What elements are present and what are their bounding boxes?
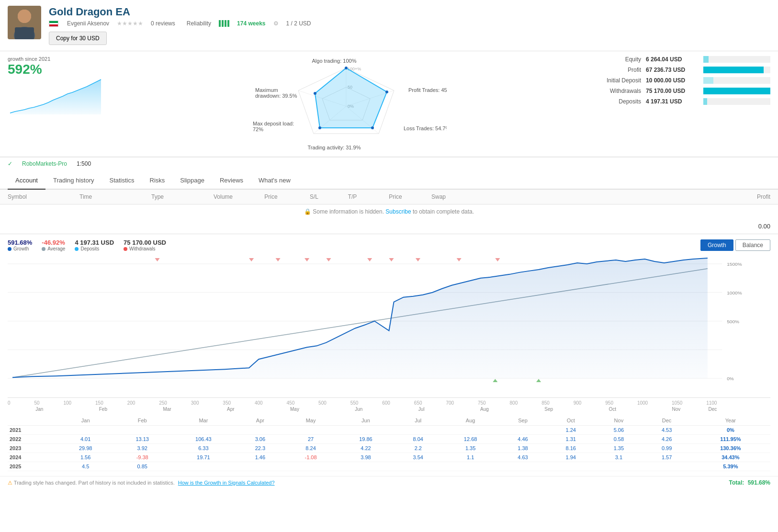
month-cell xyxy=(394,426,442,435)
month-cell: 4.22 xyxy=(338,444,395,453)
month-cell xyxy=(284,426,338,435)
subscription-icon: ⚙ xyxy=(273,20,279,27)
month-cell: 3.06 xyxy=(236,435,284,444)
month-cell xyxy=(338,426,395,435)
month-cell xyxy=(170,426,236,435)
tab-risks[interactable]: Risks xyxy=(142,172,173,190)
svg-rect-4 xyxy=(15,27,34,39)
month-cell: 13.13 xyxy=(114,435,171,444)
month-cell: 5.39% xyxy=(691,462,770,471)
hidden-msg: Some information is hidden. xyxy=(313,208,384,215)
growth-button[interactable]: Growth xyxy=(700,239,733,251)
avatar xyxy=(8,6,41,39)
growth-value: 592% xyxy=(8,62,103,77)
average-legend-dot xyxy=(42,247,45,251)
month-cell xyxy=(643,462,691,471)
col-volume-header: Volume xyxy=(199,193,247,200)
month-cell: 0.85 xyxy=(114,462,171,471)
th-mar: Mar xyxy=(170,416,236,426)
ea-title: Gold Dragon EA xyxy=(49,6,770,18)
deposits-bar xyxy=(703,98,707,105)
leverage-value: 1:500 xyxy=(77,160,91,167)
svg-text:0%: 0% xyxy=(727,376,734,381)
col-profit-header: Profit xyxy=(458,193,770,200)
year-cell: 2022 xyxy=(8,435,57,444)
growth-legend-dot xyxy=(8,247,11,251)
balance-button[interactable]: Balance xyxy=(735,239,770,251)
tab-slippage[interactable]: Slippage xyxy=(172,172,212,190)
month-cell: 1.57 xyxy=(643,453,691,462)
tab-whats-new[interactable]: What's new xyxy=(251,172,298,190)
th-dec: Dec xyxy=(643,416,691,426)
radar-section: Algo trading: 100% Profit Trades: 45.3% … xyxy=(113,56,579,152)
month-cell: 8.24 xyxy=(284,444,338,453)
obtain-text: to obtain complete data. xyxy=(413,208,474,215)
year-cell: 2024 xyxy=(8,453,57,462)
month-cell: 1.56 xyxy=(57,453,114,462)
month-cell: 34.43% xyxy=(691,453,770,462)
broker-name: RoboMarkets-Pro xyxy=(22,160,67,167)
growth-box: growth since 2021 592% xyxy=(8,56,103,152)
page-header: Gold Dragon EA Evgenii Aksenov ★★★★★ 0 r… xyxy=(0,0,778,51)
th-year-total: Year xyxy=(691,416,770,426)
weeks-value: 174 weeks xyxy=(237,20,265,27)
radar-chart: Algo trading: 100% Profit Trades: 45.3% … xyxy=(246,56,447,152)
table-row: 20224.0113.13106.433.062719.868.0412.684… xyxy=(8,435,770,444)
subscribe-link[interactable]: Subscribe xyxy=(385,208,411,215)
equity-row: Equity 6 264.04 USD xyxy=(588,56,770,63)
broker-row: ✓ RoboMarkets-Pro 1:500 xyxy=(0,157,778,170)
x-axis-numbers: 0501001502002503003504004505005506006507… xyxy=(8,399,717,407)
col-price2-header: Price xyxy=(372,193,419,200)
month-cell: -1.08 xyxy=(284,453,338,462)
month-cell: 0.99 xyxy=(643,444,691,453)
growth-calc-link[interactable]: How is the Growth in Signals Calculated? xyxy=(178,480,275,486)
svg-text:drawdown: 39.5%: drawdown: 39.5% xyxy=(255,93,297,99)
month-cell: 1.35 xyxy=(595,444,643,453)
profit-bar-container xyxy=(703,67,770,73)
svg-text:Max deposit load:: Max deposit load: xyxy=(253,121,294,126)
month-cell: 8.16 xyxy=(547,444,595,453)
flag-icon xyxy=(49,21,58,27)
th-sep: Sep xyxy=(499,416,547,426)
svg-text:Profit Trades: 45.3%: Profit Trades: 45.3% xyxy=(408,87,447,93)
year-cell: 2021 xyxy=(8,426,57,435)
check-icon: ✓ xyxy=(8,160,12,167)
tab-account[interactable]: Account xyxy=(8,172,45,190)
month-cell: 6.33 xyxy=(170,444,236,453)
month-cell xyxy=(114,426,171,435)
tab-trading-history[interactable]: Trading history xyxy=(45,172,102,190)
month-cell xyxy=(338,462,395,471)
col-tp-header: T/P xyxy=(333,193,372,200)
th-oct: Oct xyxy=(547,416,595,426)
equity-value: 6 264.04 USD xyxy=(646,56,703,63)
month-cell: 3.54 xyxy=(394,453,442,462)
th-jun: Jun xyxy=(338,416,395,426)
tabs-bar: Account Trading history Statistics Risks… xyxy=(0,172,778,190)
copy-button[interactable]: Copy for 30 USD xyxy=(49,32,107,45)
tab-statistics[interactable]: Statistics xyxy=(101,172,142,190)
month-cell: 1.38 xyxy=(499,444,547,453)
chart-section: 591.68% Growth -46.92% Average 4 197.31 … xyxy=(0,234,778,476)
ea-meta: Evgenii Aksenov ★★★★★ 0 reviews Reliabil… xyxy=(49,20,770,27)
chart-buttons: Growth Balance xyxy=(700,239,770,251)
month-cell: 3.92 xyxy=(114,444,171,453)
profit-bar xyxy=(703,67,764,73)
svg-text:72%: 72% xyxy=(253,126,263,132)
tab-reviews[interactable]: Reviews xyxy=(212,172,251,190)
svg-point-25 xyxy=(385,91,388,93)
lock-icon: 🔒 xyxy=(304,208,311,215)
table-row: 20241.56-9.3819.711.46-1.083.983.541.14.… xyxy=(8,453,770,462)
month-cell: 106.43 xyxy=(170,435,236,444)
table-header: Symbol Time Type Volume Price S/L T/P Pr… xyxy=(0,190,778,204)
month-cell xyxy=(547,462,595,471)
hidden-info: 🔒 Some information is hidden. Subscribe … xyxy=(0,204,778,219)
profit-label: Profit xyxy=(588,67,646,73)
svg-text:Maximum: Maximum xyxy=(255,87,278,93)
warning-icon: ⚠ xyxy=(8,480,12,486)
badge-average-label: Average xyxy=(47,246,65,251)
th-jan: Jan xyxy=(57,416,114,426)
profit-value: 67 236.73 USD xyxy=(646,67,703,73)
year-cell: 2023 xyxy=(8,444,57,453)
withdrawals-bar xyxy=(703,88,770,94)
growth-since-label: growth since 2021 xyxy=(8,56,103,62)
